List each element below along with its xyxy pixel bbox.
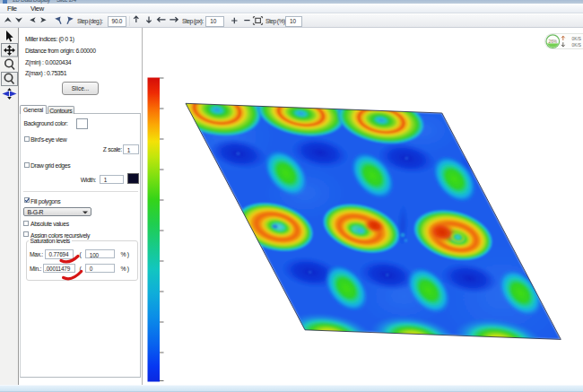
svg-text:26%: 26% bbox=[548, 39, 557, 44]
svg-text:0K/S: 0K/S bbox=[572, 37, 581, 41]
svg-text:0K/S: 0K/S bbox=[572, 43, 581, 48]
